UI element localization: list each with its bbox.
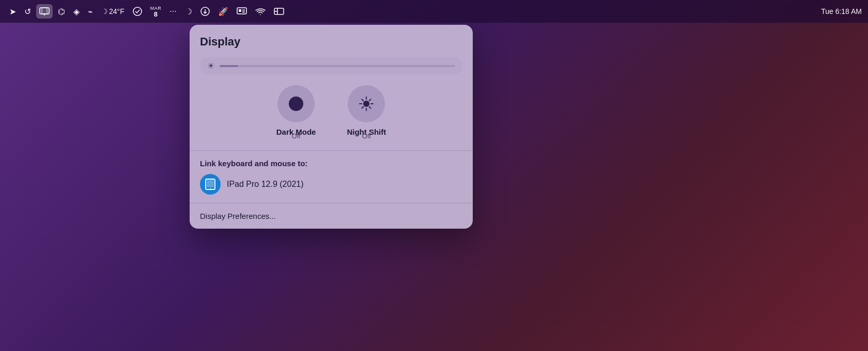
transfer-icon[interactable]: ⌁	[85, 5, 96, 19]
svg-line-21	[362, 99, 364, 101]
svg-point-25	[364, 101, 369, 107]
svg-point-4	[133, 7, 142, 15]
svg-rect-8	[239, 9, 241, 12]
menubar-right: Tue 6:18 AM	[821, 7, 862, 15]
svg-line-24	[362, 107, 364, 108]
menubar-left-icons: ➤ ↺ ⌬ ◈ ⌁ ☽ 24°F MAR 8 ··· ☽	[6, 4, 287, 20]
moon-weather-icon[interactable]: ☽ 24°F	[98, 5, 128, 18]
menubar: ➤ ↺ ⌬ ◈ ⌁ ☽ 24°F MAR 8 ··· ☽	[0, 0, 868, 23]
brightness-row[interactable]: ☀	[200, 57, 462, 75]
modes-row: Dark Mode Off	[200, 85, 462, 140]
svg-rect-7	[237, 8, 246, 14]
popup-title: Display	[200, 35, 462, 49]
night-shift-icon	[357, 94, 376, 113]
user-account-icon[interactable]	[271, 5, 287, 18]
rocket-icon[interactable]: 🚀	[215, 5, 231, 19]
svg-line-22	[369, 107, 371, 108]
preferences-label: Display Preferences...	[200, 212, 473, 220]
dark-mode-icon	[287, 94, 305, 113]
dark-mode-button[interactable]: Dark Mode Off	[276, 85, 316, 140]
display-mirror-icon[interactable]	[36, 4, 53, 19]
svg-point-28	[210, 188, 211, 189]
night-shift-status: Off	[362, 132, 371, 140]
moon-icon[interactable]: ☽	[182, 5, 195, 19]
screentime-icon[interactable]	[234, 5, 250, 18]
display-preferences-button[interactable]: Display Preferences...	[190, 203, 473, 229]
svg-line-23	[369, 99, 371, 101]
location-arrow-icon[interactable]: ➤	[6, 5, 19, 19]
svg-rect-0	[40, 8, 49, 14]
device-name: IPad Pro 12.9 (2021)	[227, 180, 304, 189]
usb-icon[interactable]: ⌬	[55, 5, 68, 19]
layers-icon[interactable]: ◈	[70, 5, 83, 19]
display-popup: Display ☀ Dark Mode Off	[190, 25, 473, 229]
ellipsis-icon[interactable]: ···	[166, 5, 179, 18]
tablet-icon	[204, 178, 216, 190]
time-machine-icon[interactable]: ↺	[21, 5, 34, 19]
download-icon[interactable]	[197, 5, 213, 18]
dark-mode-circle	[277, 85, 315, 122]
svg-point-15	[289, 97, 303, 111]
svg-rect-27	[207, 180, 214, 187]
device-icon	[200, 174, 221, 195]
brightness-slider-track[interactable]	[220, 65, 455, 67]
device-row[interactable]: IPad Pro 12.9 (2021)	[200, 174, 462, 195]
dark-mode-status: Off	[292, 132, 301, 140]
dark-mode-texts: Dark Mode Off	[276, 127, 316, 140]
wifi-icon[interactable]	[252, 5, 269, 18]
night-shift-button[interactable]: Night Shift Off	[347, 85, 386, 140]
link-section-label: Link keyboard and mouse to:	[200, 159, 462, 168]
calendar-icon[interactable]: MAR 8	[147, 4, 165, 20]
datetime-display: Tue 6:18 AM	[821, 7, 862, 15]
divider-1	[190, 150, 473, 151]
svg-rect-1	[42, 8, 47, 14]
night-shift-circle	[348, 85, 385, 122]
night-shift-texts: Night Shift Off	[347, 127, 386, 140]
checkmark-circle-icon[interactable]	[130, 5, 145, 18]
brightness-icon: ☀	[207, 61, 214, 71]
